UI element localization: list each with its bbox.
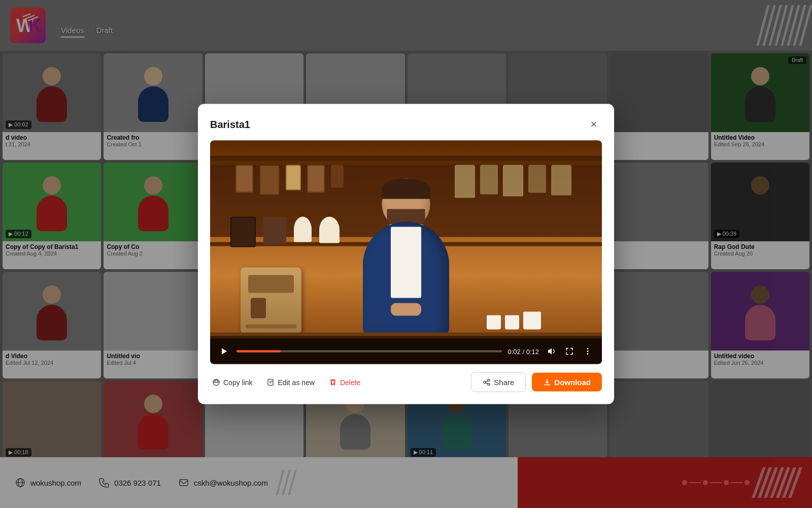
modal-title: Barista1 xyxy=(210,118,250,130)
svg-point-8 xyxy=(587,351,589,352)
modal-header: Barista1 × xyxy=(210,116,602,133)
more-options-button[interactable] xyxy=(582,345,594,358)
svg-point-7 xyxy=(587,348,589,350)
svg-point-15 xyxy=(488,383,490,385)
download-label: Download xyxy=(554,378,591,387)
play-button[interactable] xyxy=(218,345,230,358)
svg-point-14 xyxy=(484,381,486,383)
share-label: Share xyxy=(494,378,514,387)
svg-rect-12 xyxy=(268,379,273,385)
fullscreen-button[interactable] xyxy=(563,345,576,358)
video-player[interactable]: 0:02 / 0:12 xyxy=(210,141,602,364)
copy-link-button[interactable]: Copy link xyxy=(210,375,255,389)
modal-close-button[interactable]: × xyxy=(586,116,602,133)
video-controls: 0:02 / 0:12 xyxy=(210,339,602,364)
time-display: 0:02 / 0:12 xyxy=(508,347,539,355)
right-actions: Share Download xyxy=(471,372,602,392)
share-button[interactable]: Share xyxy=(471,372,526,392)
progress-bar[interactable] xyxy=(236,351,502,353)
svg-point-9 xyxy=(587,353,589,355)
modal-footer: Copy link Edit as new Delete xyxy=(210,372,602,392)
edit-as-new-button[interactable]: Edit as new xyxy=(265,375,317,389)
download-button[interactable]: Download xyxy=(532,373,602,392)
svg-line-17 xyxy=(486,383,488,384)
svg-marker-6 xyxy=(222,348,227,355)
delete-label: Delete xyxy=(340,378,360,386)
left-actions: Copy link Edit as new Delete xyxy=(210,375,362,389)
copy-link-label: Copy link xyxy=(223,378,253,386)
progress-fill xyxy=(236,351,281,353)
volume-button[interactable] xyxy=(545,345,557,358)
edit-as-new-label: Edit as new xyxy=(278,378,315,386)
svg-point-13 xyxy=(488,379,490,381)
svg-line-16 xyxy=(486,380,488,382)
delete-button[interactable]: Delete xyxy=(327,375,362,389)
video-modal: Barista1 × xyxy=(198,104,614,404)
